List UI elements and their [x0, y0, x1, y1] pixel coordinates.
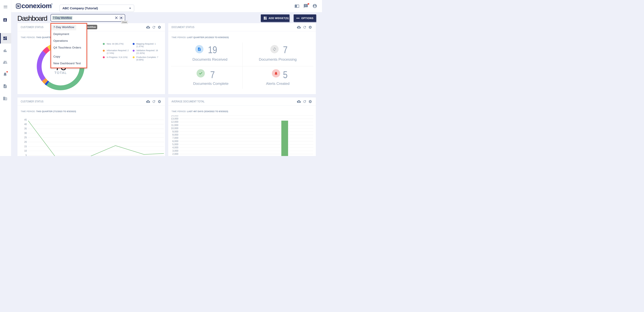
- svg-text:25: 25: [24, 136, 27, 139]
- svg-text:11,000: 11,000: [171, 124, 178, 126]
- svg-text:®: ®: [51, 3, 52, 5]
- svg-text:20: 20: [24, 141, 27, 143]
- svg-text:7,000: 7,000: [172, 137, 178, 139]
- svg-text:45: 45: [24, 118, 27, 121]
- svg-text:30: 30: [24, 132, 27, 134]
- svg-text:3,000: 3,000: [172, 150, 178, 152]
- svg-text:4,000: 4,000: [172, 146, 178, 149]
- svg-text:6,000: 6,000: [172, 140, 178, 142]
- svg-text:conexiom: conexiom: [22, 3, 52, 10]
- svg-text:40: 40: [24, 123, 27, 126]
- svg-text:15: 15: [24, 145, 27, 148]
- svg-text:12,000: 12,000: [171, 121, 178, 123]
- svg-text:35: 35: [24, 127, 27, 130]
- svg-text:5: 5: [26, 154, 27, 156]
- svg-text:2,000: 2,000: [172, 153, 178, 155]
- svg-text:13,000: 13,000: [171, 117, 178, 120]
- svg-text:10,000: 10,000: [171, 127, 178, 130]
- svg-text:8,000: 8,000: [172, 133, 178, 136]
- svg-text:10: 10: [24, 150, 27, 152]
- svg-text:5,000: 5,000: [172, 143, 178, 146]
- svg-text:9,000: 9,000: [172, 130, 178, 133]
